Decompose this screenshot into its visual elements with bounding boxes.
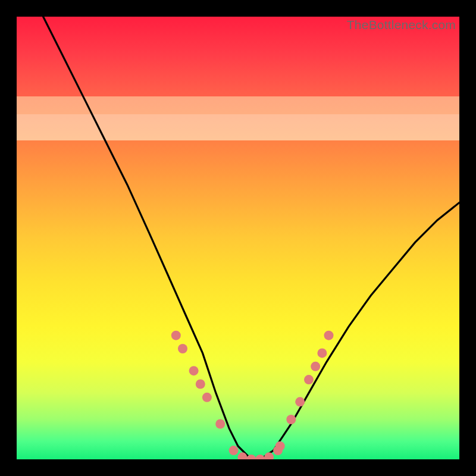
bottleneck-curve-path xyxy=(43,17,459,459)
marker-dot xyxy=(202,393,212,402)
marker-dot xyxy=(196,380,205,389)
curve-layer xyxy=(17,17,459,459)
chart-frame: TheBottleneck.com xyxy=(0,0,476,476)
plot-area: TheBottleneck.com xyxy=(17,17,459,459)
marker-dot xyxy=(311,362,320,371)
marker-group xyxy=(171,331,334,459)
marker-dot xyxy=(286,415,296,424)
watermark-text: TheBottleneck.com xyxy=(347,18,456,32)
marker-dot xyxy=(317,348,327,358)
marker-dot xyxy=(324,331,334,340)
marker-dot xyxy=(275,441,285,451)
marker-dot xyxy=(255,455,265,459)
marker-dot xyxy=(215,419,225,429)
marker-dot xyxy=(264,452,274,459)
marker-dot xyxy=(171,331,181,340)
marker-dot xyxy=(304,375,314,384)
marker-dot xyxy=(229,446,239,455)
marker-dot xyxy=(189,366,199,375)
marker-dot xyxy=(295,397,305,406)
marker-dot xyxy=(178,344,187,353)
